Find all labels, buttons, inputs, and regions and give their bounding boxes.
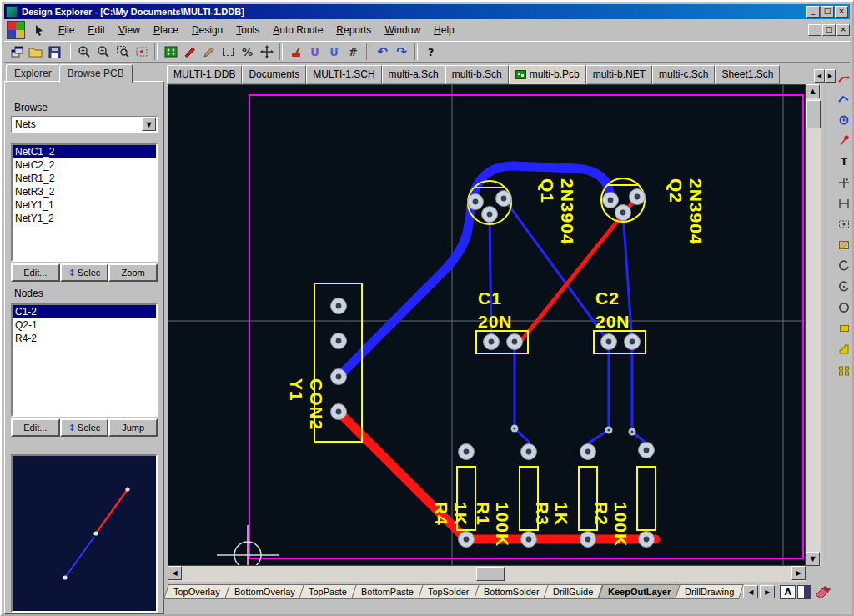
place-full-circle-button[interactable] bbox=[836, 299, 852, 316]
redo-button[interactable]: ↷ bbox=[392, 43, 411, 61]
layer-scroll-left-button[interactable]: ◀ bbox=[743, 585, 758, 598]
vertical-scrollbar[interactable]: ▲ ▼ bbox=[806, 84, 821, 566]
place-polygon-button[interactable] bbox=[836, 341, 852, 358]
menu-view[interactable]: View bbox=[112, 22, 147, 38]
node-jump-button[interactable]: Jump bbox=[108, 418, 158, 437]
minimize-button[interactable]: _ bbox=[806, 6, 820, 18]
scroll-left-button[interactable]: ◀ bbox=[168, 566, 182, 580]
vertical-scroll-thumb[interactable] bbox=[806, 100, 821, 128]
scroll-up-button[interactable]: ▲ bbox=[806, 84, 820, 98]
place-pad-button[interactable] bbox=[836, 133, 852, 149]
node-select-button[interactable]: ↕ Selec bbox=[60, 418, 109, 437]
unroute-connection-button[interactable]: U bbox=[324, 43, 344, 61]
net-list-item[interactable]: NetC2_2 bbox=[13, 158, 156, 172]
mdi-close-button[interactable]: × bbox=[836, 24, 850, 36]
layer-tab[interactable]: BottomSolder bbox=[474, 584, 550, 599]
zoom-out-button[interactable] bbox=[93, 43, 113, 61]
menu-place[interactable]: Place bbox=[147, 22, 185, 38]
place-array-button[interactable] bbox=[836, 362, 852, 378]
pcb-board-button[interactable] bbox=[161, 43, 180, 61]
eraser-icon[interactable] bbox=[813, 584, 831, 599]
layer-tab[interactable]: DrillDrawing bbox=[675, 584, 744, 599]
scroll-right-button[interactable]: ▶ bbox=[791, 566, 806, 580]
doc-tab[interactable]: multi-a.Sch bbox=[382, 65, 445, 84]
mdi-maximize-button[interactable]: □ bbox=[822, 24, 836, 36]
net-list-item[interactable]: NetR3_2 bbox=[13, 185, 156, 198]
node-list-item[interactable]: Q2-1 bbox=[13, 318, 156, 332]
tab-scroll-left-button[interactable]: ◀ bbox=[814, 69, 825, 83]
interactive-routing-button[interactable] bbox=[836, 70, 852, 87]
close-button[interactable]: × bbox=[835, 6, 848, 18]
node-edit-button[interactable]: Edit... bbox=[11, 418, 60, 437]
place-string-button[interactable]: T bbox=[836, 153, 852, 170]
menu-tools[interactable]: Tools bbox=[229, 22, 266, 38]
save-button[interactable] bbox=[45, 43, 64, 61]
layer-tab-active[interactable]: KeepOutLayer bbox=[598, 584, 681, 599]
board-preview[interactable] bbox=[11, 454, 158, 613]
layer-tab[interactable]: DrillGuide bbox=[544, 584, 604, 599]
place-arc-center-button[interactable] bbox=[836, 278, 852, 295]
net-list-item[interactable]: NetY1_2 bbox=[13, 212, 156, 225]
maximize-button[interactable]: □ bbox=[821, 6, 834, 18]
doc-tab[interactable]: Sheet1.Sch bbox=[715, 65, 780, 84]
net-list-item[interactable]: NetY1_1 bbox=[13, 198, 156, 212]
open-document-button[interactable] bbox=[26, 43, 45, 61]
horizontal-scrollbar[interactable]: ◀ ▶ bbox=[168, 566, 806, 582]
doc-tab[interactable]: multi-b.Sch bbox=[445, 65, 509, 84]
place-arc-edge-button[interactable] bbox=[836, 258, 852, 274]
menu-auto-route[interactable]: Auto Route bbox=[266, 22, 329, 38]
layer-tab[interactable]: BottomPaste bbox=[351, 584, 424, 599]
zoom-window-button[interactable] bbox=[113, 43, 132, 61]
unroute-net-button[interactable]: U bbox=[305, 43, 324, 61]
layer-tab[interactable]: TopSolder bbox=[418, 584, 479, 599]
string-indicator-icon[interactable]: A bbox=[780, 585, 796, 599]
menu-reports[interactable]: Reports bbox=[329, 22, 378, 38]
design-explorer-icon[interactable] bbox=[7, 21, 25, 39]
measure-percent-button[interactable]: % bbox=[238, 43, 257, 61]
doc-tab[interactable]: MULTI-1.SCH bbox=[306, 65, 381, 84]
highlight-button[interactable] bbox=[286, 43, 305, 61]
layer-scroll-right-button[interactable]: ▶ bbox=[760, 585, 775, 598]
move-button[interactable] bbox=[257, 43, 276, 61]
layer-tab[interactable]: TopOverlay bbox=[163, 584, 229, 599]
doc-tab[interactable]: multi-b.NET bbox=[586, 65, 652, 84]
cutter-button[interactable] bbox=[180, 43, 199, 61]
place-coordinate-button[interactable] bbox=[836, 174, 852, 191]
horizontal-scroll-thumb[interactable] bbox=[476, 567, 505, 581]
net-select-button[interactable]: ↕ Selec bbox=[60, 263, 109, 282]
doc-tab[interactable]: multi-c.Sch bbox=[652, 65, 715, 84]
tab-scroll-right-button[interactable]: ▶ bbox=[825, 69, 836, 83]
node-list-item[interactable]: R4-2 bbox=[13, 332, 156, 345]
node-list-item[interactable]: C1-2 bbox=[13, 305, 156, 318]
select-area-button[interactable] bbox=[219, 43, 238, 61]
menu-help[interactable]: Help bbox=[427, 22, 461, 38]
zoom-in-button[interactable] bbox=[74, 43, 93, 61]
zoom-select-button[interactable] bbox=[132, 43, 151, 61]
layer-tab[interactable]: BottomOverlay bbox=[224, 584, 305, 599]
layer-tab[interactable]: TopPaste bbox=[299, 584, 357, 599]
mdi-minimize-button[interactable]: _ bbox=[808, 24, 821, 36]
browse-mode-combo[interactable]: Nets ▼ bbox=[11, 116, 158, 133]
place-track-button[interactable] bbox=[836, 91, 852, 108]
undo-button[interactable]: ↶ bbox=[373, 43, 392, 61]
menu-window[interactable]: Window bbox=[378, 22, 427, 38]
net-list-item[interactable]: NetR1_2 bbox=[13, 172, 156, 185]
scroll-down-button[interactable]: ▼ bbox=[806, 552, 820, 566]
tab-browse-pcb[interactable]: Browse PCB bbox=[59, 64, 133, 83]
pads[interactable] bbox=[331, 189, 655, 548]
app-icon[interactable] bbox=[6, 6, 18, 18]
doc-tab[interactable]: MULTI-1.DDB bbox=[167, 65, 242, 84]
pencil-button[interactable] bbox=[199, 43, 219, 61]
place-component-button[interactable] bbox=[836, 216, 852, 233]
place-fill-button[interactable] bbox=[836, 320, 852, 337]
net-edit-button[interactable]: Edit... bbox=[11, 263, 60, 282]
net-zoom-button[interactable]: Zoom bbox=[108, 263, 158, 282]
doc-tab-active[interactable]: multi-b.Pcb bbox=[509, 65, 586, 84]
place-dimension-button[interactable] bbox=[836, 195, 852, 212]
panel-toggle-icon[interactable] bbox=[797, 585, 811, 599]
menu-file[interactable]: File bbox=[52, 22, 81, 38]
place-fill-hatched-button[interactable] bbox=[836, 237, 852, 253]
toggle-grid-button[interactable]: # bbox=[344, 43, 363, 61]
menu-design[interactable]: Design bbox=[185, 22, 229, 38]
combo-dropdown-icon[interactable]: ▼ bbox=[142, 118, 156, 131]
